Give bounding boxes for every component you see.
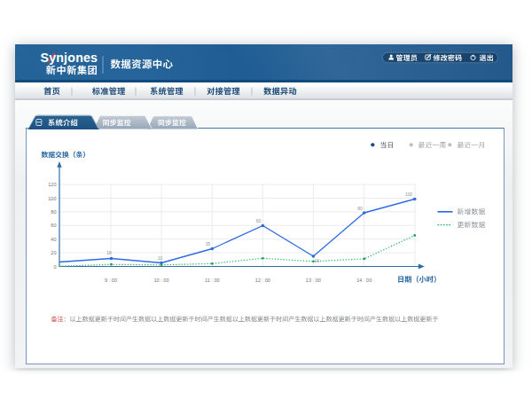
svg-text:60: 60 [256, 219, 262, 223]
svg-text:40: 40 [51, 237, 56, 242]
svg-text:100: 100 [48, 196, 56, 201]
svg-text:35: 35 [206, 242, 211, 246]
svg-text:0: 0 [53, 264, 56, 270]
svg-text:80: 80 [357, 207, 363, 211]
svg-text:16: 16 [315, 259, 320, 263]
svg-text:18: 18 [106, 251, 112, 255]
svg-text:20: 20 [51, 250, 56, 255]
svg-text:60: 60 [51, 223, 56, 228]
svg-text:11 : 00: 11 : 00 [205, 278, 220, 283]
svg-text:9 : 00: 9 : 00 [105, 278, 117, 283]
svg-text:120: 120 [48, 182, 56, 187]
svg-text:100: 100 [405, 192, 412, 197]
svg-text:Synjones: Synjones [41, 51, 98, 65]
svg-text:80: 80 [51, 209, 56, 215]
svg-text:14 : 00: 14 : 00 [356, 278, 372, 283]
svg-text:10: 10 [158, 256, 163, 261]
svg-text:13 : 00: 13 : 00 [306, 278, 321, 283]
svg-text:10 : 00: 10 : 00 [153, 278, 168, 283]
svg-text:12 : 00: 12 : 00 [255, 278, 270, 283]
